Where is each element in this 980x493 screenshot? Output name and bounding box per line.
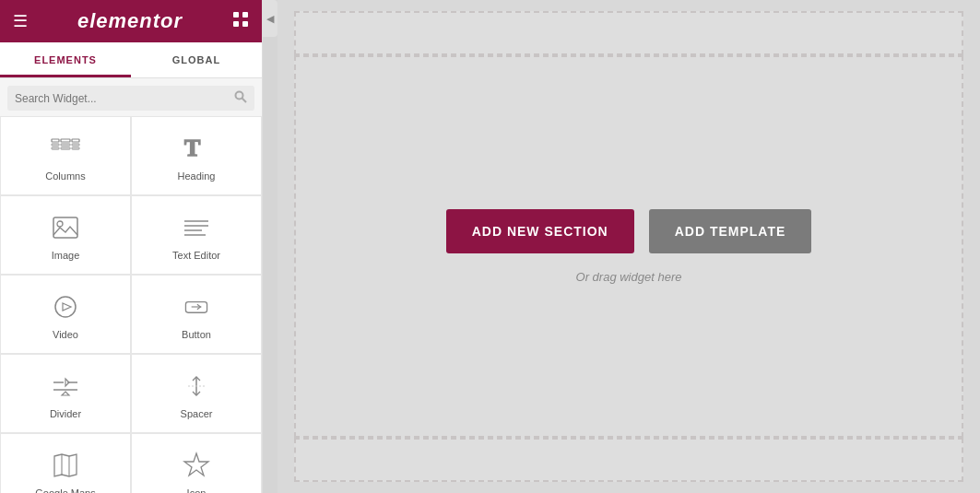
svg-marker-23 [63,303,71,311]
grid-icon[interactable] [232,11,249,31]
widget-divider[interactable]: Divider [0,354,131,433]
widget-image-label: Image [52,250,80,261]
widget-button-label: Button [182,329,211,340]
svg-rect-16 [53,217,77,238]
svg-rect-14 [72,147,79,149]
hamburger-icon[interactable]: ☰ [13,11,28,31]
widget-spacer-label: Spacer [181,408,213,419]
svg-marker-33 [54,454,77,476]
sidebar-collapse-handle[interactable]: ◀ [263,0,277,37]
add-new-section-button[interactable]: ADD NEW SECTION [446,209,634,253]
icon-widget-icon [182,451,211,480]
svg-marker-30 [62,392,69,395]
widget-video-label: Video [53,329,78,340]
widget-columns[interactable]: Columns [0,116,131,195]
spacer-icon [182,371,211,401]
svg-rect-0 [233,12,239,18]
widget-heading-label: Heading [178,170,216,182]
svg-point-22 [55,297,76,317]
canvas-bottom-section [294,438,963,482]
widget-divider-label: Divider [50,408,81,419]
text-editor-icon [182,213,211,242]
sidebar: ☰ elementor ELEMENTS GLOBAL [0,0,263,493]
search-bar [7,86,254,111]
svg-marker-36 [184,453,208,475]
widget-video[interactable]: Video [0,275,131,354]
widget-heading[interactable]: T Heading [131,116,262,195]
widget-google-maps[interactable]: Google Maps [0,433,131,493]
svg-line-5 [242,99,247,103]
tab-global[interactable]: GLOBAL [131,42,262,77]
collapse-arrow-icon: ◀ [266,13,274,25]
canvas-center-area: ADD NEW SECTION ADD TEMPLATE Or drag wid… [294,55,963,438]
sidebar-header: ☰ elementor [0,0,262,42]
elementor-logo: elementor [77,9,183,33]
svg-rect-9 [52,144,59,146]
search-icon [234,90,247,106]
canvas-action-buttons: ADD NEW SECTION ADD TEMPLATE [446,209,812,253]
video-icon [51,292,80,322]
svg-rect-3 [242,21,248,27]
tab-elements[interactable]: ELEMENTS [0,42,131,77]
image-icon [51,213,80,242]
svg-text:T: T [184,135,200,161]
widget-grid: Columns T Heading Image [0,116,262,493]
widget-map-label: Google Maps [35,487,95,493]
button-icon [182,292,211,322]
widget-icon-label: Icon [187,487,207,493]
widget-columns-label: Columns [45,170,85,182]
svg-rect-12 [52,147,59,149]
widget-button[interactable]: Button [131,275,262,354]
svg-point-4 [236,92,243,100]
widget-text-editor[interactable]: Text Editor [131,195,262,275]
svg-rect-13 [61,147,70,149]
sidebar-tabs: ELEMENTS GLOBAL [0,42,262,78]
svg-rect-7 [61,139,70,142]
svg-point-17 [57,221,63,227]
svg-rect-1 [242,12,248,18]
widget-image[interactable]: Image [0,195,131,275]
canvas-top-section [294,11,963,55]
svg-rect-6 [52,139,59,142]
main-canvas: ADD NEW SECTION ADD TEMPLATE Or drag wid… [277,0,980,493]
divider-icon [51,371,80,401]
svg-rect-10 [61,144,70,146]
svg-rect-2 [233,21,239,27]
add-template-button[interactable]: ADD TEMPLATE [649,209,812,253]
svg-rect-11 [72,144,79,146]
widget-icon[interactable]: Icon [131,433,262,493]
svg-rect-8 [72,139,79,142]
drag-hint: Or drag widget here [576,270,682,284]
search-input[interactable] [15,92,234,105]
heading-icon: T [182,134,211,163]
columns-icon [51,134,80,163]
widget-text-editor-label: Text Editor [172,250,220,261]
widget-spacer[interactable]: Spacer [131,354,262,433]
map-icon [51,451,80,480]
